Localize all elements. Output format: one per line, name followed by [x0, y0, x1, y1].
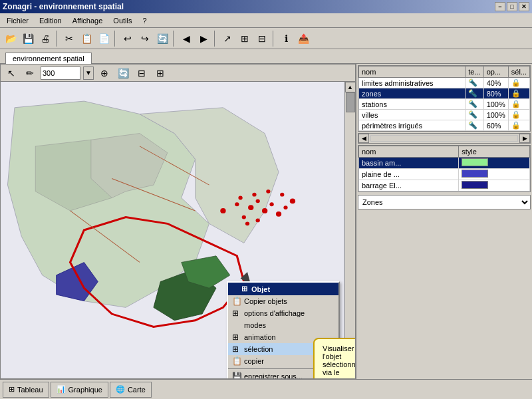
tableau-label: Tableau	[17, 386, 43, 394]
layer-sel-4[interactable]: 🔒	[508, 120, 529, 131]
refresh-button[interactable]: 🔄	[154, 31, 170, 47]
ctx-copier-label: Copier objets	[244, 297, 287, 305]
menu-outils[interactable]: Outils	[109, 15, 136, 26]
print-button[interactable]: 🖨	[37, 31, 53, 47]
bottom-tab-graphique[interactable]: 📊 Graphique	[51, 382, 108, 398]
columns-button[interactable]: ⊟	[254, 31, 270, 47]
back-button[interactable]: ◀	[178, 31, 194, 47]
svg-point-1	[220, 208, 225, 213]
undo-button[interactable]: ↩	[120, 31, 136, 47]
layer-op-3: 100%	[483, 110, 508, 120]
layer-sel-0[interactable]: 🔒	[508, 78, 529, 88]
scroll-up-arrow[interactable]: ▲	[345, 82, 356, 92]
forward-button[interactable]: ▶	[196, 31, 211, 47]
layer-vis-0[interactable]: 🔦	[466, 78, 483, 88]
layer-row[interactable]: stations 🔦 100% 🔒	[359, 99, 530, 110]
map-refresh[interactable]: 🔄	[115, 65, 131, 81]
context-menu-title: Objet	[251, 285, 270, 293]
style-row[interactable]: barrage El...	[359, 180, 530, 192]
layer-row-selected[interactable]: zones 🔦 80% 🔒	[359, 88, 530, 99]
scroll-thumb[interactable]	[346, 92, 355, 112]
scroll-right-arrow[interactable]: ▶	[344, 379, 355, 380]
layer-row[interactable]: périmètres irrigués 🔦 60% 🔒	[359, 120, 530, 131]
map-edit-tool[interactable]: ✏	[22, 65, 38, 81]
map-grid-view[interactable]: ⊞	[152, 65, 168, 81]
tab-environnement-spatial[interactable]: environnement spatial	[5, 53, 92, 64]
right-panel: nom te... op... sél... limites administr…	[356, 64, 532, 379]
svg-point-15	[238, 196, 242, 200]
info-button[interactable]: ℹ	[278, 31, 294, 47]
svg-point-12	[280, 193, 284, 197]
layer-col-te: te...	[466, 66, 483, 78]
map-content[interactable]: ▲ ▼ ⊞ Objet 📋 Copier objets ⊞ optio	[1, 82, 355, 378]
layer-vis-2[interactable]: 🔦	[466, 99, 483, 110]
close-button[interactable]: ✕	[519, 2, 529, 11]
open-button[interactable]: 📂	[3, 31, 19, 47]
layer-name-2: stations	[359, 99, 466, 110]
svg-point-7	[269, 202, 273, 206]
svg-point-4	[242, 215, 246, 219]
ctx-animation-icon: ⊞	[232, 332, 239, 342]
main-area: ↖ ✏ ▼ ⊕ 🔄 ⊟ ⊞	[0, 64, 532, 379]
menu-bar: Fichier Edition Affichage Outils ?	[0, 13, 532, 28]
paste-button[interactable]: 📄	[96, 31, 112, 47]
bottom-bar: ⊞ Tableau 📊 Graphique 🌐 Carte	[0, 379, 532, 399]
menu-fichier[interactable]: Fichier	[3, 15, 33, 26]
layer-row[interactable]: villes 🔦 100% 🔒	[359, 110, 530, 120]
copy-button[interactable]: 📋	[78, 31, 94, 47]
style-row[interactable]: plaine de ...	[359, 169, 530, 180]
map-select-tool[interactable]: ↖	[3, 65, 19, 81]
style-name-2: barrage El...	[359, 180, 459, 192]
svg-point-11	[290, 198, 295, 203]
map-tool-3[interactable]: ⊕	[96, 65, 112, 81]
zoom-dropdown-arrow[interactable]: ▼	[83, 66, 94, 80]
ctx-options-label: options d'affichage	[244, 309, 305, 317]
layer-sel-2[interactable]: 🔒	[508, 99, 529, 110]
save-button[interactable]: 💾	[20, 31, 36, 47]
ctx-modes[interactable]: modes	[228, 319, 338, 331]
svg-point-9	[256, 219, 260, 223]
right-scroll-track[interactable]	[370, 135, 518, 142]
ctx-options-affichage[interactable]: ⊞ options d'affichage	[228, 307, 338, 319]
style-color-2	[459, 180, 530, 192]
layer-table: nom te... op... sél... limites administr…	[358, 65, 531, 132]
svg-point-5	[256, 199, 260, 203]
style-row-selected[interactable]: bassin am...	[359, 158, 530, 169]
map-tool-4[interactable]: ⊟	[134, 65, 150, 81]
layer-vis-1[interactable]: 🔦	[466, 88, 483, 99]
maximize-button[interactable]: □	[507, 2, 517, 11]
zoom-input[interactable]	[41, 66, 80, 80]
bottom-tab-carte[interactable]: 🌐 Carte	[110, 382, 152, 398]
export-button[interactable]: 📤	[295, 31, 311, 47]
layer-vis-3[interactable]: 🔦	[466, 110, 483, 120]
bottom-tab-tableau[interactable]: ⊞ Tableau	[3, 382, 49, 398]
color-swatch-2	[462, 181, 488, 189]
layer-row[interactable]: limites administratives 🔦 40% 🔒	[359, 78, 530, 88]
menu-help[interactable]: ?	[138, 15, 150, 26]
zones-select[interactable]: Zones	[358, 195, 531, 209]
ctx-animation-label: animation	[244, 333, 276, 341]
select-button[interactable]: ↗	[219, 31, 235, 47]
tooltip-text: Visualiser l'objet sélectionné via le me…	[323, 344, 355, 378]
title-bar: Zonagri - environnement spatial − □ ✕	[0, 0, 532, 13]
svg-point-16	[245, 221, 249, 225]
carte-label: Carte	[128, 386, 146, 394]
right-scroll-left[interactable]: ◀	[358, 134, 369, 143]
layer-op-1: 80%	[483, 88, 508, 99]
layer-name-4: périmètres irrigués	[359, 120, 466, 131]
layer-vis-4[interactable]: 🔦	[466, 120, 483, 131]
scroll-track[interactable]	[346, 92, 355, 368]
redo-button[interactable]: ↪	[137, 31, 153, 47]
grid-button[interactable]: ⊞	[237, 31, 253, 47]
minimize-button[interactable]: −	[495, 2, 505, 11]
layer-sel-3[interactable]: 🔒	[508, 110, 529, 120]
scroll-left-arrow[interactable]: ◀	[1, 379, 11, 380]
layer-sel-1[interactable]: 🔒	[508, 88, 529, 99]
layer-name-0: limites administratives	[359, 78, 466, 88]
cut-button[interactable]: ✂	[61, 31, 77, 47]
menu-affichage[interactable]: Affichage	[68, 15, 107, 26]
svg-point-3	[248, 205, 253, 210]
ctx-copier-objets[interactable]: 📋 Copier objets	[228, 295, 338, 307]
menu-edition[interactable]: Edition	[35, 15, 66, 26]
right-scroll-right[interactable]: ▶	[519, 134, 530, 143]
